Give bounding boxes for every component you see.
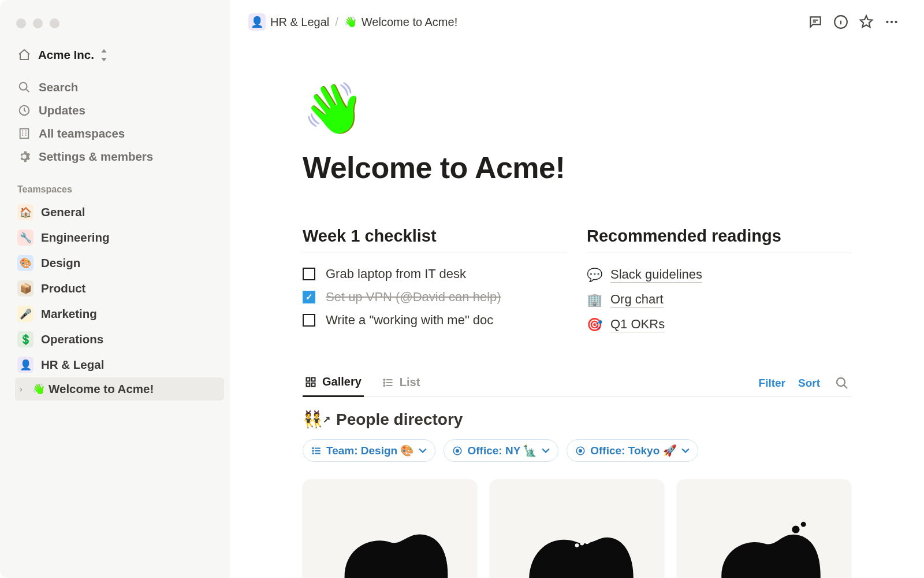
svg-rect-9 [307,383,310,386]
chevron-down-icon [542,447,550,455]
more-button[interactable] [882,13,901,31]
design-icon: 🎨 [17,255,33,271]
svg-rect-8 [312,377,315,381]
gallery-card[interactable] [677,479,851,578]
todo-text: Grab laptop from IT desk [326,266,466,281]
svg-point-16 [312,450,314,451]
svg-point-13 [383,384,385,386]
svg-rect-2 [20,129,29,139]
readings-column: Recommended readings 💬 Slack guidelines … [587,227,851,337]
operations-icon: 💲 [17,331,33,347]
svg-point-17 [312,453,314,454]
sidebar-item-label: Product [41,281,85,295]
tab-list-label: List [400,376,420,389]
nav-updates[interactable]: Updates [13,99,224,122]
reading-link[interactable]: 💬 Slack guidelines [587,262,851,287]
tab-gallery[interactable]: Gallery [303,369,364,397]
sidebar-item-label: HR & Legal [41,358,104,372]
svg-point-14 [837,378,845,386]
database-title-text: People directory [336,410,463,429]
todo-text: Write a "working with me" doc [326,313,493,328]
chevron-updown-icon [100,49,108,61]
nav-settings[interactable]: Settings & members [13,145,224,168]
window-controls [16,18,224,28]
sidebar-section-label: Teamspaces [17,184,219,195]
reading-text: Slack guidelines [610,267,702,283]
db-search-button[interactable] [833,374,851,392]
home-icon [17,48,32,62]
sidebar-item-label: Engineering [41,231,109,244]
svg-point-23 [580,542,584,546]
todo-text: Set up VPN (@David can help) [326,290,501,305]
clock-icon [17,104,31,117]
marketing-icon: 🎤 [17,306,33,322]
nav-all-teamspaces[interactable]: All teamspaces [13,122,224,145]
todo-item[interactable]: Grab laptop from IT desk [303,262,567,286]
breadcrumb-parent-icon: 👤 [248,13,266,31]
database-title[interactable]: 👯 ↗ People directory [303,410,851,429]
svg-point-26 [801,522,806,527]
general-icon: 🏠 [17,204,33,220]
building-icon [17,127,31,140]
nav-search[interactable]: Search [13,76,224,99]
checkbox-unchecked[interactable] [303,314,315,327]
gear-icon [17,150,31,163]
readings-heading[interactable]: Recommended readings [587,227,851,253]
svg-point-24 [585,540,589,544]
chip-text: Office: NY 🗽 [467,444,537,457]
svg-point-12 [383,381,385,383]
workspace-switcher[interactable]: Acme Inc. [13,45,224,65]
window-min-dot[interactable] [33,18,43,28]
todo-item[interactable]: Write a "working with me" doc [303,309,567,332]
checkbox-checked[interactable]: ✓ [303,291,315,303]
sidebar: Acme Inc. Search Updates All teamspaces [0,0,230,578]
workspace-name: Acme Inc. [38,48,94,62]
tab-list[interactable]: List [380,370,423,396]
chip-text: Team: Design 🎨 [326,444,414,457]
window-max-dot[interactable] [50,18,59,28]
gallery-card[interactable] [303,479,477,578]
todo-item[interactable]: ✓ Set up VPN (@David can help) [303,286,567,309]
sidebar-item-general[interactable]: 🏠 General [13,199,224,225]
chip-team[interactable]: Team: Design 🎨 [303,439,435,462]
gallery-cards [303,479,851,578]
sidebar-child-welcome[interactable]: › 👋 Welcome to Acme! [15,377,224,401]
svg-point-21 [579,449,582,452]
reading-link[interactable]: 🏢 Org chart [587,287,851,312]
sidebar-item-engineering[interactable]: 🔧 Engineering [13,225,224,250]
sort-button[interactable]: Sort [798,377,820,390]
breadcrumb: 👤 HR & Legal / 👋 Welcome to Acme! [248,13,457,31]
svg-rect-7 [307,377,310,381]
comments-button[interactable] [806,13,825,31]
page-title[interactable]: Welcome to Acme! [303,150,851,185]
info-button[interactable] [832,13,850,31]
search-icon [17,81,31,94]
breadcrumb-current[interactable]: Welcome to Acme! [362,16,457,29]
window-close-dot[interactable] [16,18,26,28]
nav-all-teamspaces-label: All teamspaces [39,127,125,140]
favorite-button[interactable] [857,13,875,31]
sidebar-item-marketing[interactable]: 🎤 Marketing [13,301,224,327]
sidebar-item-product[interactable]: 📦 Product [13,276,224,301]
sidebar-item-design[interactable]: 🎨 Design [13,250,224,276]
chevron-down-icon [419,447,427,455]
checkbox-unchecked[interactable] [303,268,315,280]
reading-link[interactable]: 🎯 Q1 OKRs [587,312,851,337]
sidebar-item-hr-legal[interactable]: 👤 HR & Legal [13,352,224,377]
chip-office-ny[interactable]: Office: NY 🗽 [444,439,558,462]
link-arrow-icon: ↗ [323,414,330,425]
chip-office-tokyo[interactable]: Office: Tokyo 🚀 [567,439,698,462]
gallery-card[interactable] [490,479,664,578]
sidebar-item-operations[interactable]: 💲 Operations [13,327,224,352]
tab-gallery-label: Gallery [322,375,362,388]
breadcrumb-parent[interactable]: HR & Legal [270,16,329,29]
checklist-heading[interactable]: Week 1 checklist [303,227,567,253]
page-emoji[interactable]: 👋 [303,83,851,133]
filter-button[interactable]: Filter [759,377,785,390]
database-title-emoji: 👯 [303,410,323,429]
filter-chips: Team: Design 🎨 Office: NY 🗽 Office: Toky… [303,439,851,462]
main: 👤 HR & Legal / 👋 Welcome to Acme! 👋 [230,0,924,578]
svg-rect-10 [312,383,315,386]
svg-point-5 [891,21,893,23]
svg-point-19 [456,449,459,452]
